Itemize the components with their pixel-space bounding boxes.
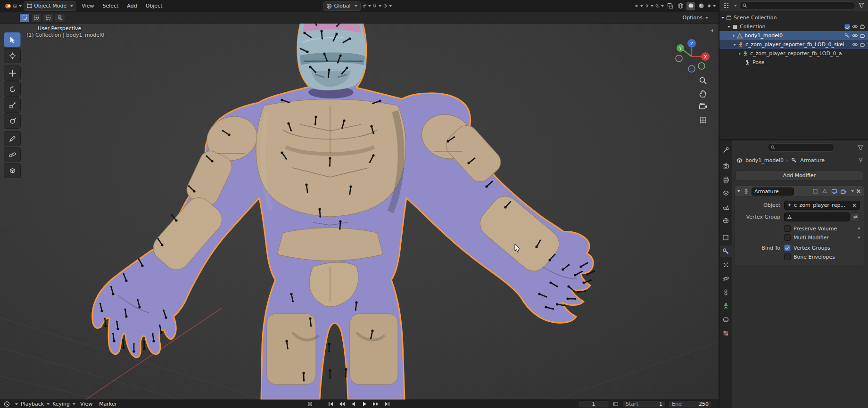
select-mode-extend[interactable] xyxy=(31,13,41,23)
show-in-viewport-toggle[interactable] xyxy=(830,188,838,195)
previous-keyframe-button[interactable] xyxy=(338,401,346,408)
outliner-row-body1-model0[interactable]: body1_model0 xyxy=(719,31,868,40)
tool-rotate[interactable] xyxy=(4,82,21,97)
properties-search-input[interactable] xyxy=(777,145,831,151)
invert-vertex-group-button[interactable] xyxy=(851,212,860,221)
sidebar-toggle[interactable] xyxy=(711,27,713,33)
blender-logo[interactable] xyxy=(3,2,11,10)
menu-marker[interactable]: Marker xyxy=(97,401,119,407)
tab-material[interactable] xyxy=(720,314,732,325)
shading-wireframe[interactable] xyxy=(676,2,685,10)
select-mode-subtract[interactable] xyxy=(43,13,53,23)
hide-eye-icon[interactable] xyxy=(851,24,858,30)
disclosure-closed-icon[interactable] xyxy=(739,52,741,55)
navigation-gizmo[interactable]: Z X Y xyxy=(673,37,710,74)
xray-toggle[interactable] xyxy=(666,2,674,10)
shading-solid[interactable] xyxy=(686,2,695,10)
outliner-row-scene-collection[interactable]: Scene Collection xyxy=(719,13,868,22)
menu-keying[interactable]: Keying xyxy=(52,401,75,407)
play-reverse-button[interactable] xyxy=(349,401,357,408)
tab-texture[interactable] xyxy=(720,327,732,339)
menu-select[interactable]: Select xyxy=(99,3,122,9)
menu-view[interactable]: View xyxy=(78,401,94,407)
pan-control[interactable] xyxy=(699,90,707,99)
viewport-canvas[interactable] xyxy=(0,24,719,400)
show-overlays-toggle[interactable] xyxy=(655,2,664,10)
camera-view-control[interactable] xyxy=(699,103,707,112)
disable-render-camera-icon[interactable] xyxy=(860,24,866,30)
editor-type-selector[interactable] xyxy=(13,2,22,10)
frame-start-field[interactable]: Start 1 xyxy=(622,400,666,408)
outliner-row-collection[interactable]: Collection xyxy=(719,22,868,31)
outliner-search-input[interactable] xyxy=(749,2,852,8)
tab-object-data[interactable] xyxy=(720,300,732,311)
outliner-row-pose[interactable]: Pose xyxy=(719,58,868,67)
shading-rendered[interactable] xyxy=(707,2,716,10)
menu-add[interactable]: Add xyxy=(124,3,140,9)
next-keyframe-button[interactable] xyxy=(372,401,380,408)
pivot-point-selector[interactable] xyxy=(363,2,371,10)
show-on-cage-toggle[interactable] xyxy=(811,188,819,195)
panel-expand-icon[interactable] xyxy=(737,190,740,192)
vertex-group-field[interactable] xyxy=(784,212,850,221)
model-body1_model0[interactable] xyxy=(92,24,594,400)
auto-keying-toggle[interactable] xyxy=(306,401,314,408)
close-icon[interactable] xyxy=(856,188,861,194)
tab-render[interactable] xyxy=(720,160,732,171)
tool-scale[interactable] xyxy=(4,98,21,113)
add-modifier-button[interactable]: Add Modifier xyxy=(736,171,863,180)
tab-output[interactable] xyxy=(720,174,732,185)
tab-modifiers[interactable] xyxy=(720,245,732,257)
disclosure-closed-icon[interactable] xyxy=(733,34,735,37)
select-mode-intersect[interactable] xyxy=(55,13,65,23)
jump-to-start-button[interactable] xyxy=(326,401,335,408)
object-field[interactable]: c_zom_player_rep... xyxy=(784,201,860,210)
3d-viewport[interactable]: User Perspective (1) Collection | body1_… xyxy=(0,24,719,400)
jump-to-end-button[interactable] xyxy=(383,401,391,408)
use-preview-range-toggle[interactable] xyxy=(612,400,620,408)
viewport-options-dropdown[interactable]: Options xyxy=(683,15,715,21)
disclosure-open-icon[interactable] xyxy=(727,26,730,28)
timeline-editor-selector[interactable] xyxy=(3,400,10,408)
transform-orientation-selector[interactable]: Global xyxy=(323,1,360,11)
menu-playback[interactable]: Playback xyxy=(21,401,50,407)
multi-modifier-checkbox[interactable] xyxy=(784,234,791,241)
hide-eye-icon[interactable] xyxy=(851,41,858,48)
tab-particles[interactable] xyxy=(720,259,732,270)
tab-world[interactable] xyxy=(720,215,732,226)
outliner-search[interactable] xyxy=(739,1,855,10)
tool-annotate[interactable] xyxy=(4,131,21,146)
gizmo-neg-z-axis[interactable] xyxy=(688,65,695,72)
menu-view[interactable]: View xyxy=(78,3,97,9)
bone-envelopes-checkbox[interactable] xyxy=(784,253,791,260)
tool-move[interactable] xyxy=(4,65,21,81)
select-mode-new[interactable] xyxy=(19,13,30,23)
animate-dot[interactable] xyxy=(858,237,860,238)
tool-add-cube[interactable] xyxy=(4,163,21,178)
frame-end-field[interactable]: End 250 xyxy=(669,400,712,408)
modifier-extras-menu-icon[interactable] xyxy=(851,190,854,192)
properties-filter[interactable] xyxy=(857,144,864,151)
shading-material[interactable] xyxy=(697,2,705,10)
disable-render-camera-icon[interactable] xyxy=(860,33,866,39)
play-button[interactable] xyxy=(360,401,369,408)
properties-search[interactable] xyxy=(768,143,835,152)
tool-tweak-select[interactable] xyxy=(4,32,21,47)
outliner-editor-selector[interactable] xyxy=(722,2,730,9)
breadcrumb-object[interactable]: body1_model0 xyxy=(745,157,784,163)
tab-object[interactable] xyxy=(720,232,732,243)
tab-scene[interactable] xyxy=(720,201,732,212)
tab-constraints[interactable] xyxy=(720,286,732,298)
tab-tool[interactable] xyxy=(720,144,732,155)
outliner-filter[interactable] xyxy=(858,2,865,9)
mode-selector[interactable]: Object Mode xyxy=(24,1,76,11)
menu-object[interactable]: Object xyxy=(142,3,166,9)
pin-id-icon[interactable] xyxy=(857,156,864,164)
disable-render-camera-icon[interactable] xyxy=(860,41,866,48)
preserve-volume-checkbox[interactable] xyxy=(784,225,791,232)
proportional-editing-toggle[interactable] xyxy=(383,2,392,10)
show-in-editmode-toggle[interactable] xyxy=(821,188,828,195)
current-frame-field[interactable]: 1 xyxy=(578,400,609,408)
object-type-visibility[interactable] xyxy=(635,2,643,10)
perspective-toggle-control[interactable] xyxy=(699,116,707,126)
